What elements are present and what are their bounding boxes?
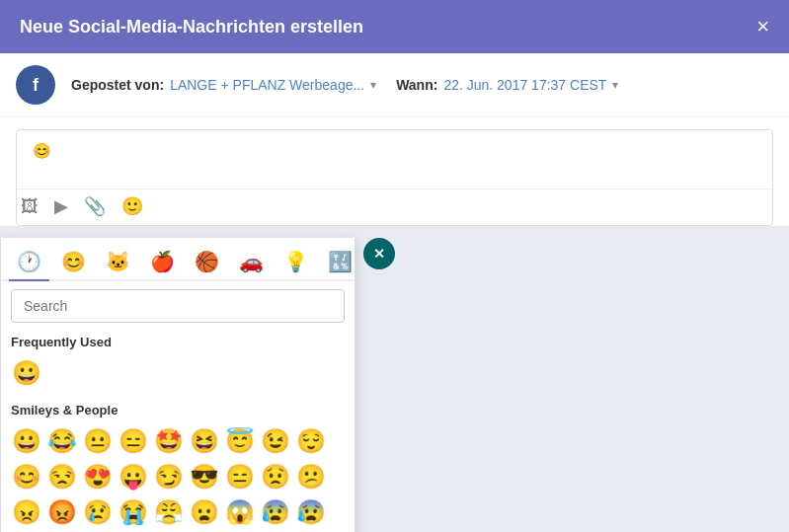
emoji-item[interactable]: 😭	[116, 494, 151, 530]
when-label: Wann:	[396, 77, 437, 93]
emoji-panel: 🕐 😊 🐱 🍎 🏀 🚗 💡 🔣 Frequently Used 😀 Smiley…	[0, 238, 355, 532]
post-row: f Gepostet von: LANGE + PFLANZ Werbeage.…	[0, 53, 789, 117]
emoji-item[interactable]: 😐	[80, 423, 116, 459]
attachment-button[interactable]: 📎	[80, 193, 110, 219]
emoji-tab-animals[interactable]: 🐱	[98, 244, 138, 281]
close-button[interactable]: ×	[756, 16, 769, 38]
modal-title: Neue Social-Media-Nachrichten erstellen	[20, 17, 363, 38]
frequently-used-grid: 😀	[1, 355, 355, 399]
emoji-item[interactable]: 😉	[258, 423, 293, 459]
facebook-avatar: f	[16, 65, 55, 105]
emoji-tab-travel[interactable]: 🚗	[231, 244, 272, 281]
emoji-item[interactable]: 😰	[293, 494, 329, 530]
modal-header: Neue Social-Media-Nachrichten erstellen …	[0, 0, 789, 53]
when-value: 22. Jun. 2017 17:37 CEST	[443, 77, 606, 93]
emoji-item[interactable]: 😑	[116, 423, 151, 459]
emoji-item[interactable]: 😆	[187, 423, 222, 459]
emoji-tab-recent[interactable]: 🕐	[9, 244, 49, 281]
emoji-item[interactable]: 😑	[222, 459, 258, 494]
posted-by-item: Gepostet von: LANGE + PFLANZ Werbeage...…	[71, 77, 376, 93]
post-meta: Gepostet von: LANGE + PFLANZ Werbeage...…	[71, 77, 618, 93]
emoji-search-container	[11, 289, 345, 323]
emoji-item[interactable]: 🤩	[151, 423, 187, 459]
emoji-search-input[interactable]	[11, 289, 345, 323]
emoji-item[interactable]: 😛	[116, 459, 151, 494]
emoji-item[interactable]: 😕	[293, 459, 329, 494]
compose-text[interactable]: 😊	[33, 138, 756, 168]
frequently-used-title: Frequently Used	[1, 331, 355, 355]
compose-area: 😊	[17, 130, 772, 190]
emoji-item[interactable]: 😱	[222, 494, 258, 530]
emoji-item[interactable]: 😢	[80, 494, 116, 530]
emoji-item[interactable]: 😟	[258, 459, 293, 494]
emoji-tab-symbols[interactable]: 🔣	[320, 244, 360, 281]
emoji-item[interactable]: 😤	[151, 494, 187, 530]
emoji-item[interactable]: 😀	[9, 355, 44, 391]
modal-container: Neue Social-Media-Nachrichten erstellen …	[0, 0, 789, 532]
emoji-tab-objects[interactable]: 💡	[276, 244, 316, 281]
smileys-title: Smileys & People	[1, 399, 355, 423]
bottom-row: 🕐 😊 🐱 🍎 🏀 🚗 💡 🔣 Frequently Used 😀 Smiley…	[0, 238, 789, 532]
emoji-tabs: 🕐 😊 🐱 🍎 🏀 🚗 💡 🔣	[1, 238, 355, 281]
emoji-item[interactable]: 😦	[187, 494, 222, 530]
video-button[interactable]: ▶	[50, 193, 72, 219]
emoji-item[interactable]: 😰	[258, 494, 293, 530]
compose-toolbar: 🖼 ▶ 📎 🙂	[17, 190, 772, 225]
when-item: Wann: 22. Jun. 2017 17:37 CEST ▾	[396, 77, 618, 93]
modal-body: f Gepostet von: LANGE + PFLANZ Werbeage.…	[0, 53, 789, 226]
emoji-tab-food[interactable]: 🍎	[142, 244, 183, 281]
when-dropdown[interactable]: ▾	[612, 78, 618, 92]
emoji-item[interactable]: 😂	[44, 423, 80, 459]
smileys-grid: 😀 😂 😐 😑 🤩 😆 😇 😉 😌 😊 😒 😍 😛 😏 😎 😑 😟 😕 😠	[1, 423, 355, 532]
emoji-item[interactable]: 😒	[44, 459, 80, 494]
emoji-item[interactable]: 😊	[9, 459, 44, 494]
emoji-item[interactable]: 😎	[187, 459, 222, 494]
emoji-tab-smileys[interactable]: 😊	[53, 244, 94, 281]
posted-by-dropdown[interactable]: ▾	[370, 78, 376, 92]
posted-by-value: LANGE + PFLANZ Werbeage...	[170, 77, 364, 93]
emoji-item[interactable]: 😍	[80, 459, 116, 494]
posted-by-label: Gepostet von:	[71, 77, 164, 93]
emoji-item[interactable]: 😌	[293, 423, 329, 459]
image-button[interactable]: 🖼	[17, 193, 42, 219]
emoji-button[interactable]: 🙂	[118, 193, 147, 219]
emoji-item[interactable]: 😠	[9, 494, 44, 530]
xing-avatar[interactable]: ✕	[363, 238, 395, 269]
emoji-item[interactable]: 😡	[44, 494, 80, 530]
emoji-tab-sports[interactable]: 🏀	[187, 244, 227, 281]
emoji-item[interactable]: 😀	[9, 423, 44, 459]
compose-wrapper: 😊 🖼 ▶ 📎 🙂	[16, 129, 773, 226]
emoji-item[interactable]: 😏	[151, 459, 187, 494]
emoji-item[interactable]: 😇	[222, 423, 258, 459]
